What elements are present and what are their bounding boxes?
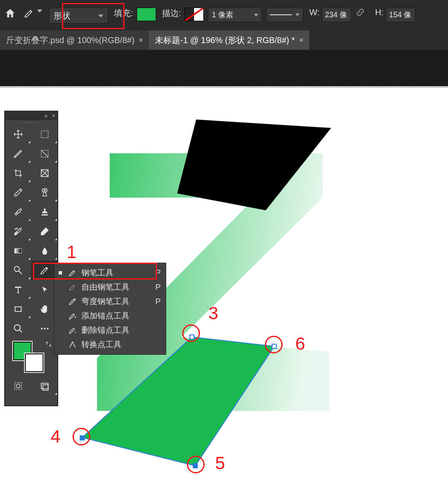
svg-rect-3 — [190, 335, 194, 339]
fill-label: 填充: — [114, 8, 133, 19]
home-icon[interactable] — [4, 8, 16, 21]
add-anchor-icon — [67, 312, 78, 320]
tab-document-1[interactable]: 斤变折叠字.psd @ 100%(RGB/8#) × — [0, 30, 149, 50]
stamp-tool-icon[interactable] — [31, 202, 58, 222]
crop-tool-icon[interactable] — [5, 163, 31, 183]
annotation-number-5: 5 — [215, 453, 225, 473]
annotation-number-3: 3 — [208, 303, 218, 323]
height-label: H: — [375, 8, 383, 17]
quick-select-tool-icon[interactable] — [31, 144, 58, 163]
chevron-down-icon — [254, 11, 258, 19]
tab-label: 斤变折叠字.psd @ 100%(RGB/8#) — [6, 35, 135, 46]
convert-point-icon — [67, 340, 78, 349]
flyout-item-add-anchor[interactable]: 添加锚点工具 — [54, 309, 166, 323]
history-brush-tool-icon[interactable] — [5, 222, 31, 241]
svg-point-17 — [14, 325, 20, 331]
svg-point-20 — [47, 328, 49, 329]
svg-rect-21 — [14, 383, 22, 390]
toolbox-panel: « × — [4, 111, 58, 406]
document-window-gap — [0, 50, 448, 86]
pen-tool-flyout: 钢笔工具 P 自由钢笔工具 P 弯度钢笔工具 P 添加锚点工具 删除锚点工具 转… — [54, 263, 166, 355]
dodge-tool-icon[interactable] — [5, 261, 31, 280]
width-field[interactable]: 234 像 — [322, 8, 351, 22]
fill-swatch[interactable] — [137, 8, 156, 21]
svg-point-15 — [46, 268, 47, 269]
flyout-label: 自由钢笔工具 — [81, 282, 130, 293]
healing-tool-icon[interactable] — [31, 183, 58, 202]
zoom-tool-icon[interactable] — [5, 319, 31, 338]
pen-icon — [67, 269, 78, 277]
flyout-shortcut: P — [155, 297, 161, 306]
marquee-tool-icon[interactable] — [31, 125, 58, 144]
stroke-swatch[interactable] — [184, 8, 204, 21]
tool-mode-select[interactable]: 形状 — [49, 8, 108, 24]
close-icon[interactable]: × — [139, 36, 143, 45]
flyout-item-convert-point[interactable]: 转换点工具 — [54, 337, 166, 352]
tool-preset-caret-icon[interactable] — [37, 8, 42, 15]
eraser-tool-icon[interactable] — [31, 222, 58, 241]
svg-rect-5 — [80, 435, 85, 440]
svg-rect-6 — [193, 463, 198, 468]
width-label: W: — [309, 8, 319, 17]
svg-rect-24 — [43, 385, 48, 390]
svg-point-18 — [41, 328, 43, 329]
flyout-label: 转换点工具 — [81, 339, 121, 350]
svg-point-19 — [44, 328, 46, 329]
flyout-shortcut: P — [155, 283, 161, 292]
annotation-number-1: 1 — [67, 242, 76, 262]
curvature-pen-icon — [67, 297, 78, 306]
blur-tool-icon[interactable] — [31, 241, 58, 261]
svg-rect-13 — [14, 249, 22, 253]
toolbox-header: « × — [5, 111, 58, 120]
tab-label: 未标题-1 @ 196% (形状 2, RGB/8#) * — [155, 35, 295, 46]
svg-rect-7 — [41, 131, 48, 138]
flyout-item-curvature-pen[interactable]: 弯度钢笔工具 P — [54, 294, 166, 309]
stroke-width-field[interactable]: 1 像素 — [208, 8, 262, 22]
collapse-icon[interactable]: « — [44, 112, 48, 119]
delete-anchor-icon — [67, 326, 78, 334]
quickmask-icon[interactable] — [5, 376, 31, 396]
background-swatch[interactable] — [25, 353, 43, 372]
stroke-style-preview — [270, 14, 292, 15]
chevron-down-icon — [98, 11, 103, 21]
lasso-tool-icon[interactable] — [5, 144, 31, 163]
svg-rect-4 — [272, 344, 276, 348]
width-value: 234 像 — [325, 10, 347, 20]
stroke-width-value: 1 像素 — [212, 10, 233, 20]
flyout-item-pen[interactable]: 钢笔工具 P — [54, 266, 166, 280]
chevron-down-icon — [295, 11, 300, 19]
svg-point-22 — [16, 384, 20, 388]
screenmode-icon[interactable] — [31, 376, 58, 396]
rectangle-tool-icon[interactable] — [5, 299, 31, 319]
flyout-item-freeform-pen[interactable]: 自由钢笔工具 P — [54, 280, 166, 294]
brush-tool-icon[interactable] — [5, 202, 31, 222]
stroke-label: 描边: — [162, 8, 181, 19]
toolbox-grid — [5, 125, 58, 338]
gradient-tool-icon[interactable] — [5, 241, 31, 261]
annotation-number-6: 6 — [295, 334, 305, 354]
pen-tool-icon[interactable] — [24, 8, 35, 20]
close-icon[interactable]: × — [52, 112, 55, 119]
eyedropper-tool-icon[interactable] — [5, 183, 31, 202]
svg-rect-23 — [41, 383, 48, 389]
height-field[interactable]: 154 像 — [386, 8, 416, 22]
type-tool-icon[interactable] — [5, 280, 31, 299]
selected-dot-icon — [59, 271, 62, 274]
freeform-pen-icon — [67, 283, 78, 291]
tab-document-2[interactable]: 未标题-1 @ 196% (形状 2, RGB/8#) * × — [149, 30, 309, 50]
link-dimensions-icon[interactable] — [356, 8, 365, 19]
frame-tool-icon[interactable] — [31, 163, 58, 183]
flyout-item-delete-anchor[interactable]: 删除锚点工具 — [54, 323, 166, 337]
svg-point-11 — [15, 229, 16, 230]
flyout-label: 添加锚点工具 — [81, 310, 130, 321]
swap-colors-icon[interactable] — [45, 341, 52, 349]
tool-mode-label: 形状 — [54, 10, 70, 22]
svg-point-12 — [16, 228, 17, 229]
stroke-style-select[interactable] — [266, 8, 303, 22]
close-icon[interactable]: × — [299, 36, 304, 45]
annotation-number-4: 4 — [51, 427, 60, 447]
svg-point-14 — [14, 266, 19, 272]
toolbox-grip[interactable] — [5, 120, 58, 125]
height-value: 154 像 — [389, 10, 411, 20]
move-tool-icon[interactable] — [5, 125, 31, 144]
